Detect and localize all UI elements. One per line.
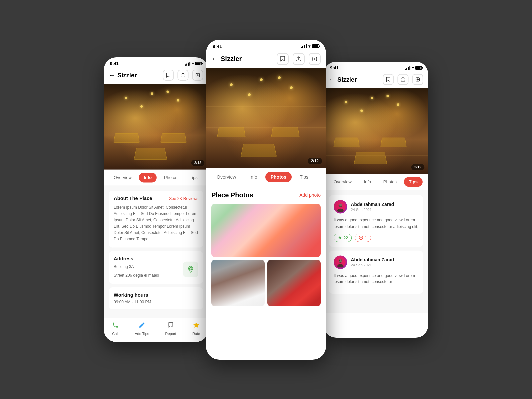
add-button-left[interactable] xyxy=(192,69,203,80)
tab-info-left[interactable]: Info xyxy=(139,173,157,182)
back-button-right[interactable]: ← Sizzler xyxy=(329,76,357,83)
tip-text-2: It was a good experince and good view Lo… xyxy=(334,272,418,285)
rate-label: Rate xyxy=(192,331,200,336)
tab-tips-center[interactable]: Tips xyxy=(294,172,314,182)
call-action[interactable]: Call xyxy=(112,322,119,336)
address-title: Address xyxy=(114,256,198,262)
tab-photos-right[interactable]: Photos xyxy=(378,177,402,186)
wifi-icon-left: ▾ xyxy=(192,61,194,66)
rate-action[interactable]: Rate xyxy=(192,322,200,336)
add-button-center[interactable] xyxy=(309,53,321,65)
tabs-center: Overview Info Photos Tips xyxy=(206,168,326,186)
photo-item-2[interactable] xyxy=(211,260,265,306)
phone-center: 9:41 ▾ ← Sizzler xyxy=(206,40,326,360)
battery-icon-center xyxy=(312,44,319,48)
status-icons-right: ▾ xyxy=(405,65,422,70)
restaurant-image-center: 2/12 xyxy=(206,68,326,168)
tab-overview-right[interactable]: Overview xyxy=(329,177,356,186)
page-title-right: Sizzler xyxy=(337,76,357,83)
user-info-2: Abdelrahman Zarad 24 Sep 2021 xyxy=(351,257,394,267)
wifi-icon-center: ▾ xyxy=(308,44,310,49)
user-date-1: 24 Sep 2021 xyxy=(351,207,394,212)
description-text: Lorem Ipsum Dolor Sit Amet, Consectetur … xyxy=(114,204,198,242)
wifi-icon-right: ▾ xyxy=(412,65,414,70)
battery-icon-right xyxy=(415,66,422,69)
photo-item-1[interactable] xyxy=(211,204,321,257)
status-bar-left: 9:41 ▾ xyxy=(104,57,208,68)
tab-photos-center[interactable]: Photos xyxy=(265,172,292,182)
addtips-action[interactable]: Add Tips xyxy=(135,322,149,336)
top-nav-left: ← Sizzler xyxy=(104,68,208,84)
hours-title: Working hours xyxy=(114,292,198,298)
report-action[interactable]: Report xyxy=(165,322,176,336)
phone-left: 9:41 ▾ ← Sizzler xyxy=(104,57,208,342)
restaurant-image-right: 2/12 xyxy=(324,88,428,174)
avatar-1 xyxy=(334,200,347,213)
status-icons-center: ▾ xyxy=(301,44,319,49)
time-left: 9:41 xyxy=(110,61,119,66)
tab-photos-left[interactable]: Photos xyxy=(159,173,182,182)
tab-info-right[interactable]: Info xyxy=(359,177,376,186)
tips-content: Abdelrahman Zarad 24 Sep 2021 It was a g… xyxy=(324,190,428,313)
hours-card: Working hours 09:00 AM - 11:00 PM xyxy=(109,287,203,309)
user-date-2: 24 Sep 2021 xyxy=(351,263,394,267)
back-arrow-right: ← xyxy=(329,76,335,83)
info-content: About The Place See 2K Reviews Lorem Ips… xyxy=(104,186,208,318)
add-button-right[interactable] xyxy=(412,74,423,85)
status-icons-left: ▾ xyxy=(185,61,202,66)
tab-overview-left[interactable]: Overview xyxy=(109,173,136,182)
bookmark-button-center[interactable] xyxy=(277,53,289,65)
share-button-center[interactable] xyxy=(293,53,305,65)
address-line2: Street 206 degla el maadi xyxy=(114,272,159,279)
photo-item-3[interactable] xyxy=(267,260,321,306)
map-pin-button[interactable] xyxy=(183,261,198,277)
addtips-label: Add Tips xyxy=(135,331,149,336)
address-card: Address Building 3A Street 206 degla el … xyxy=(109,251,203,284)
tab-info-center[interactable]: Info xyxy=(244,172,262,182)
tab-tips-right[interactable]: Tips xyxy=(404,177,423,186)
about-title: About The Place xyxy=(114,196,152,201)
tip-user-row-1: Abdelrahman Zarad 24 Sep 2021 xyxy=(334,200,418,213)
signal-icon-center xyxy=(301,44,307,48)
phone-right: 9:41 ▾ ← Sizzler xyxy=(324,62,428,338)
about-card: About The Place See 2K Reviews Lorem Ips… xyxy=(109,191,203,247)
bookmark-button-right[interactable] xyxy=(383,74,394,85)
call-label: Call xyxy=(112,331,118,336)
user-info-1: Abdelrahman Zarad 24 Sep 2021 xyxy=(351,201,394,211)
share-button-left[interactable] xyxy=(177,69,188,80)
time-right: 9:41 xyxy=(330,65,339,70)
tip-user-row-2: Abdelrahman Zarad 24 Sep 2021 xyxy=(334,255,418,269)
avatar-2 xyxy=(334,255,347,269)
report-label: Report xyxy=(165,331,176,336)
vote-row-1: 22 1 xyxy=(334,233,418,242)
phones-container: 9:41 ▾ ← Sizzler xyxy=(99,40,433,360)
page-title-left: Sizzler xyxy=(117,71,137,78)
photos-title: Place Photos xyxy=(211,191,253,199)
back-arrow-center: ← xyxy=(211,55,218,63)
rate-icon xyxy=(193,322,199,330)
tab-overview-center[interactable]: Overview xyxy=(211,172,241,182)
upvote-button-1[interactable]: 22 xyxy=(334,233,352,242)
back-button-left[interactable]: ← Sizzler xyxy=(109,71,137,78)
battery-icon-left xyxy=(195,62,202,65)
add-photo-button[interactable]: Add photo xyxy=(299,192,321,198)
image-counter-right: 2/12 xyxy=(411,164,424,170)
image-counter-left: 2/12 xyxy=(191,160,204,166)
photos-content: Place Photos Add photo xyxy=(206,186,326,319)
photos-grid xyxy=(211,204,321,306)
status-bar-center: 9:41 ▾ xyxy=(206,40,326,52)
address-line1: Building 3A xyxy=(114,263,159,270)
share-button-right[interactable] xyxy=(397,74,408,85)
nav-right-center xyxy=(277,53,321,65)
tab-tips-left[interactable]: Tips xyxy=(185,173,202,182)
see-reviews-link[interactable]: See 2K Reviews xyxy=(169,196,198,201)
status-bar-right: 9:41 ▾ xyxy=(324,62,428,73)
bookmark-button-left[interactable] xyxy=(163,69,174,80)
signal-icon-right xyxy=(405,66,410,70)
hours-text: 09:00 AM - 11:00 PM xyxy=(114,299,198,304)
report-icon xyxy=(167,322,174,330)
restaurant-image-left: 2/12 xyxy=(104,84,208,170)
bottom-bar-left: Call Add Tips Report Rate xyxy=(104,318,208,342)
back-button-center[interactable]: ← Sizzler xyxy=(211,55,242,63)
downvote-button-1[interactable]: 1 xyxy=(355,233,371,242)
